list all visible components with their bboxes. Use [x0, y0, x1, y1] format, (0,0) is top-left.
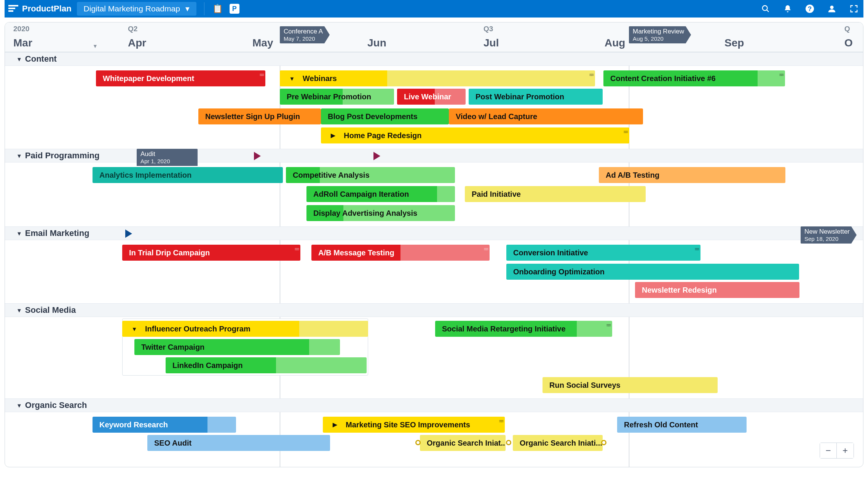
lane-header-organic[interactable]: ▼ Organic Search — [5, 398, 863, 412]
month-label[interactable]: May — [252, 37, 273, 49]
month-label[interactable]: Aug — [605, 37, 625, 49]
bar-live-webinar[interactable]: Live Webinar — [397, 89, 466, 105]
quarter-label: Q2 — [128, 25, 137, 33]
lane-title: Paid Programming — [25, 151, 100, 161]
bar-newsletter-plugin[interactable]: Newsletter Sign Up Plugin — [198, 108, 321, 124]
bar-video-lead[interactable]: Video w/ Lead Capture — [449, 108, 643, 124]
svg-point-4 — [830, 6, 833, 9]
lane-header-email[interactable]: ▼ Email Marketing — [5, 226, 863, 240]
milestone-date: May 7, 2020 — [284, 35, 323, 42]
grip-icon: ≡≡ — [779, 72, 783, 78]
diamond-marker-icon[interactable] — [125, 229, 132, 238]
bar-conversion[interactable]: Conversion Initiative≡≡ — [506, 245, 700, 261]
grip-icon: ≡≡ — [695, 246, 698, 252]
milestone-date: Aug 5, 2020 — [633, 35, 684, 42]
bar-twitter[interactable]: Twitter Campaign — [134, 339, 340, 355]
bar-analytics[interactable]: Analytics Implementation — [93, 167, 283, 183]
p-badge: P — [230, 4, 239, 14]
grip-icon: ≡≡ — [260, 72, 263, 78]
user-icon[interactable] — [826, 3, 838, 14]
link-dot-icon[interactable] — [601, 440, 606, 445]
bar-post-webinar[interactable]: Post Webinar Promotion — [469, 89, 603, 105]
lane-title: Content — [25, 54, 57, 64]
month-label[interactable]: O — [844, 37, 853, 49]
lane-header-social[interactable]: ▼ Social Media — [5, 303, 863, 317]
chevron-down-icon: ▼ — [16, 56, 22, 62]
lane-title: Organic Search — [25, 400, 87, 410]
bar-paid-initiative[interactable]: Paid Initiative — [465, 186, 646, 202]
bar-seo-audit[interactable]: SEO Audit — [147, 435, 330, 451]
bar-webinars[interactable]: ▼ Webinars≡≡ — [280, 70, 595, 86]
bar-ad-ab[interactable]: Ad A/B Testing — [599, 167, 785, 183]
brand-label: ProductPlan — [22, 4, 72, 14]
chevron-down-icon: ▼ — [16, 402, 22, 409]
milestone-date: Sep 18, 2020 — [804, 236, 850, 242]
chevron-right-icon: ▶ — [330, 420, 340, 429]
bar-linkedin[interactable]: LinkedIn Campaign — [166, 357, 367, 373]
brand[interactable]: ProductPlan — [8, 4, 72, 14]
milestone-flag[interactable]: Marketing Review Aug 5, 2020 — [629, 26, 691, 43]
bar-surveys[interactable]: Run Social Surveys — [542, 377, 718, 393]
bar-pre-webinar[interactable]: Pre Webinar Promotion — [280, 89, 394, 105]
caret-down-icon: ▾ — [185, 4, 190, 13]
month-label[interactable]: Apr — [128, 37, 146, 49]
bar-onboarding[interactable]: Onboarding Optimization — [506, 264, 799, 280]
bar-keyword[interactable]: Keyword Research — [93, 417, 236, 433]
bar-seo-improvements[interactable]: ▶ Marketing Site SEO Improvements≡≡ — [323, 417, 505, 433]
nav-right: ? — [760, 3, 860, 14]
quarter-label: Q3 — [483, 25, 493, 33]
chevron-down-icon: ▼ — [129, 324, 140, 333]
bar-homepage-redesign[interactable]: ▶ Home Page Redesign≡≡ — [321, 127, 629, 143]
help-icon[interactable]: ? — [804, 3, 815, 14]
bell-icon[interactable] — [782, 3, 793, 14]
bar-retarget[interactable]: Social Media Retargeting Initiative≡≡ — [435, 321, 612, 337]
milestone-flag[interactable]: Conference A May 7, 2020 — [280, 26, 330, 43]
bars-icon — [8, 5, 18, 13]
bar-content-initiative[interactable]: Content Creation Initiative #6≡≡ — [603, 70, 785, 86]
diamond-marker-icon[interactable] — [254, 152, 261, 160]
milestone-date: Apr 1, 2020 — [140, 158, 194, 164]
search-icon[interactable] — [760, 3, 771, 14]
lane-title: Email Marketing — [25, 228, 89, 238]
lane-header-paid[interactable]: ▼ Paid Programming — [5, 149, 863, 162]
bar-adroll[interactable]: AdRoll Campaign Iteration — [306, 186, 455, 202]
milestone-title: Audit — [140, 150, 194, 158]
bar-display-adv[interactable]: Display Advertising Analysis — [306, 205, 455, 221]
bar-ab-msg[interactable]: A/B Message Testing≡≡ — [311, 245, 490, 261]
grip-icon: ≡≡ — [295, 246, 298, 252]
bar-refresh-content[interactable]: Refresh Old Content — [617, 417, 747, 433]
chevron-down-icon: ▼ — [16, 230, 22, 237]
month-label[interactable]: Mar — [13, 37, 32, 49]
month-label[interactable]: Sep — [724, 37, 744, 49]
bar-newsletter-redesign[interactable]: Newsletter Redesign — [635, 282, 799, 298]
milestone-title: Marketing Review — [633, 28, 684, 35]
month-label[interactable]: Jun — [367, 37, 386, 49]
milestone-audit[interactable]: Audit Apr 1, 2020 — [137, 149, 198, 166]
svg-point-0 — [763, 6, 767, 11]
top-nav: ProductPlan Digital Marketing Roadmap ▾ … — [5, 0, 863, 18]
grip-icon: ≡≡ — [499, 418, 503, 424]
bar-blog-posts[interactable]: Blog Post Developments — [321, 108, 449, 124]
parking-icon[interactable]: P — [229, 3, 240, 14]
zoom-out-button[interactable]: − — [820, 443, 837, 458]
diamond-marker-icon[interactable] — [373, 152, 380, 160]
link-dot-icon[interactable] — [506, 440, 511, 445]
bar-organic-1[interactable]: Organic Search Iniat... — [420, 435, 506, 451]
bar-competitive[interactable]: Competitive Analysis — [286, 167, 455, 183]
month-label[interactable]: Jul — [483, 37, 499, 49]
milestone-title: New Newsletter — [804, 228, 850, 236]
clipboard-icon[interactable]: 📋 — [212, 3, 223, 14]
bar-organic-2[interactable]: Organic Search Iniati... — [513, 435, 603, 451]
link-dot-icon[interactable] — [415, 440, 421, 445]
month-caret-icon[interactable]: ▼ — [93, 43, 98, 49]
chevron-down-icon: ▼ — [287, 74, 297, 83]
bar-influencer[interactable]: ▼ Influencer Outreach Program — [122, 321, 368, 337]
roadmap-selector[interactable]: Digital Marketing Roadmap ▾ — [77, 2, 196, 16]
zoom-in-button[interactable]: + — [837, 443, 854, 458]
bar-drip[interactable]: In Trial Drip Campaign≡≡ — [122, 245, 300, 261]
timeline-header: 2020 Q2 Q3 Q Mar ▼ Apr May Jun Jul Aug S… — [5, 22, 863, 52]
milestone-flag[interactable]: New Newsletter Sep 18, 2020 — [801, 226, 857, 244]
lane-header-content[interactable]: ▼ Content — [5, 52, 863, 66]
bar-whitepaper[interactable]: Whitepaper Development≡≡ — [96, 70, 265, 86]
expand-icon[interactable] — [848, 3, 860, 14]
